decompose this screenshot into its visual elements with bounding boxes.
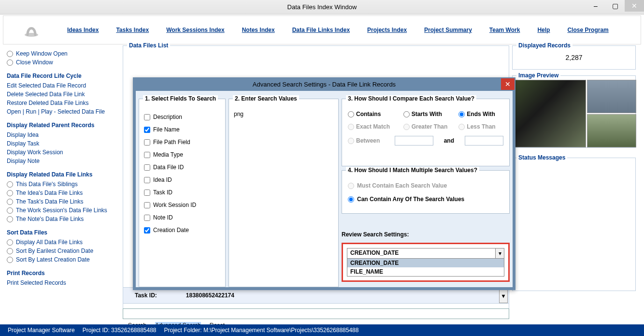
- restore-deleted-links-link[interactable]: Restore Deleted Data File Links: [7, 100, 117, 106]
- keep-window-open-radio[interactable]: [7, 51, 13, 57]
- field-description[interactable]: Description: [144, 114, 220, 120]
- print-title: Print Records: [7, 270, 117, 277]
- field-checkbox-1[interactable]: [144, 127, 150, 133]
- field-checkbox-0[interactable]: [144, 114, 150, 120]
- field-file-path-field[interactable]: File Path Field: [144, 139, 220, 146]
- review-combobox[interactable]: CREATION_DATE ▾: [347, 248, 504, 259]
- menu-tasks-index[interactable]: Tasks Index: [116, 27, 149, 33]
- dialog-title: Advanced Search Settings - Data File Lin…: [136, 78, 513, 91]
- work-session-links-radio[interactable]: [7, 207, 13, 214]
- menu-close-program[interactable]: Close Program: [567, 27, 608, 33]
- field-label-9: Creation Date: [153, 227, 189, 234]
- contains-radio[interactable]: [348, 111, 354, 117]
- review-option-file-name[interactable]: FILE_NAME: [347, 267, 504, 276]
- display-all-radio[interactable]: [7, 239, 13, 246]
- chevron-down-icon[interactable]: ▾: [495, 248, 504, 258]
- sort-earliest-radio[interactable]: [7, 248, 13, 254]
- menu-ideas-index[interactable]: Ideas Index: [67, 27, 99, 33]
- image-preview-label: Image Preview: [516, 72, 560, 79]
- task-links-label: The Task's Data File Links: [16, 198, 83, 205]
- advanced-search-dialog: Advanced Search Settings - Data File Lin…: [133, 77, 515, 290]
- review-selected: CREATION_DATE: [347, 248, 495, 258]
- status-messages: Status Messages: [512, 158, 636, 291]
- window-titlebar: Data Files Index Window – ▢ ✕: [0, 0, 644, 15]
- field-checkbox-5[interactable]: [144, 177, 150, 183]
- between-to-input[interactable]: [465, 136, 503, 146]
- field-checkbox-3[interactable]: [144, 152, 150, 158]
- maximize-button[interactable]: ▢: [605, 0, 625, 12]
- work-session-links-label: The Work Session's Data File Links: [16, 207, 107, 214]
- ends-with-label: Ends With: [467, 111, 495, 117]
- idea-links-radio[interactable]: [7, 190, 13, 196]
- any-value-label: Can Contain Any Of The Search Values: [357, 196, 464, 203]
- field-label-0: Description: [153, 114, 182, 120]
- sort-latest-radio[interactable]: [7, 257, 13, 263]
- menu-projects-index[interactable]: Projects Index: [367, 27, 407, 33]
- field-media-type[interactable]: Media Type: [144, 151, 220, 158]
- field-file-name[interactable]: File Name: [144, 126, 220, 133]
- sort-latest-label: Sort By Latest Creation Date: [16, 256, 90, 263]
- status-project-folder: Project Folder: M:\Project Management So…: [164, 327, 359, 334]
- review-option-creation-date[interactable]: CREATION_DATE: [347, 259, 504, 267]
- menu-project-summary[interactable]: Project Summary: [424, 27, 472, 33]
- menu-team-work[interactable]: Team Work: [489, 27, 520, 33]
- minimize-button[interactable]: –: [586, 0, 605, 12]
- between-label: Between: [356, 137, 380, 144]
- field-idea-id[interactable]: Idea ID: [144, 176, 220, 183]
- contains-label: Contains: [356, 111, 381, 117]
- display-idea-link[interactable]: Display Idea: [7, 131, 117, 138]
- select-fields-group: 1. Select Fields To Search DescriptionFi…: [139, 99, 226, 287]
- display-note-link[interactable]: Display Note: [7, 158, 117, 164]
- status-project-id: Project ID: 33526268885488: [83, 327, 157, 334]
- search-input[interactable]: [123, 308, 509, 319]
- menu-notes-index[interactable]: Notes Index: [242, 27, 275, 33]
- each-value-radio: [348, 183, 354, 189]
- field-work-session-id[interactable]: Work Session ID: [144, 202, 220, 208]
- dialog-close-button[interactable]: ✕: [501, 78, 515, 90]
- field-checkbox-9[interactable]: [144, 227, 150, 234]
- open-run-play-link[interactable]: Open | Run | Play - Selected Data File: [7, 108, 117, 115]
- sort-title: Sort Data Files: [7, 229, 117, 236]
- siblings-radio[interactable]: [7, 181, 13, 188]
- keep-window-open-label: Keep Window Open: [16, 50, 68, 57]
- display-all-label: Display All Data File Links: [16, 239, 83, 246]
- field-label-1: File Name: [153, 126, 180, 133]
- task-links-radio[interactable]: [7, 199, 13, 205]
- menu-work-sessions-index[interactable]: Work Sessions Index: [166, 27, 225, 33]
- field-checkbox-7[interactable]: [144, 202, 150, 208]
- note-links-radio[interactable]: [7, 216, 13, 222]
- edit-selected-record-link[interactable]: Edit Selected Data File Record: [7, 82, 117, 89]
- field-label-5: Idea ID: [153, 176, 172, 183]
- preview-image-small-2: [587, 114, 636, 147]
- match-group: 4. How Should I Match Multiple Search Va…: [342, 170, 510, 214]
- field-label-6: Task ID: [153, 189, 172, 196]
- greater-than-radio: [403, 124, 410, 130]
- field-data-file-id[interactable]: Data File ID: [144, 164, 220, 171]
- print-selected-link[interactable]: Print Selected Records: [7, 279, 117, 286]
- menu-data-file-links-index[interactable]: Data File Links Index: [292, 27, 350, 33]
- greater-than-label: Greater Than: [412, 123, 448, 130]
- display-task-link[interactable]: Display Task: [7, 140, 117, 147]
- select-fields-legend: 1. Select Fields To Search: [143, 95, 218, 102]
- field-creation-date[interactable]: Creation Date: [144, 227, 220, 234]
- field-checkbox-6[interactable]: [144, 190, 150, 196]
- display-work-session-link[interactable]: Display Work Session: [7, 149, 117, 156]
- between-from-input[interactable]: [395, 136, 433, 146]
- preview-image-small-1: [587, 80, 636, 113]
- list-scroll-down-button[interactable]: ▾: [499, 289, 508, 303]
- field-note-id[interactable]: Note ID: [144, 214, 220, 221]
- starts-with-radio[interactable]: [403, 111, 410, 117]
- menu-help[interactable]: Help: [537, 27, 550, 33]
- field-task-id[interactable]: Task ID: [144, 189, 220, 196]
- and-label: and: [444, 137, 454, 144]
- any-value-radio[interactable]: [348, 196, 354, 203]
- close-window-radio[interactable]: [7, 59, 13, 66]
- field-checkbox-4[interactable]: [144, 164, 150, 171]
- delete-selected-link-link[interactable]: Delete Selected Data File Link: [7, 91, 117, 98]
- field-checkbox-8[interactable]: [144, 215, 150, 221]
- displayed-records-label: Displayed Records: [516, 42, 572, 49]
- field-checkbox-2[interactable]: [144, 139, 150, 146]
- related-links-title: Display Related Data File Links: [7, 171, 117, 178]
- ends-with-radio[interactable]: [458, 111, 465, 117]
- window-close-button[interactable]: ✕: [625, 0, 644, 12]
